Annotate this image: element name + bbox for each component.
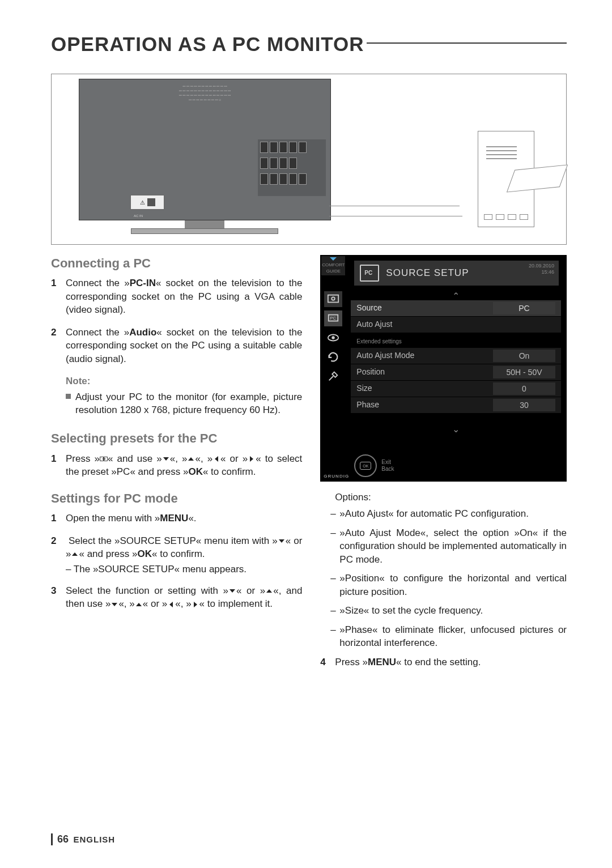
- connection-diagram: ••• ••• ••• ••• ••• ••• ••• ••• ••• ••• …: [51, 74, 567, 245]
- osd-row-size: Size 0: [351, 381, 561, 397]
- option-item: –»Phase« to eliminate flicker, unfocused…: [320, 623, 567, 650]
- text: « or »: [236, 585, 265, 596]
- osd-comfort-guide: COMFORT GUIDE: [321, 256, 345, 275]
- warning-triangle-icon: ⚠: [140, 199, 145, 206]
- settings-step-4: 4 Press »MENU« to end the setting.: [320, 656, 567, 669]
- text: Press »: [335, 657, 368, 667]
- up-arrow-icon: [187, 456, 195, 462]
- osd-icon-source: [324, 291, 342, 307]
- osd-value: 0: [493, 382, 555, 395]
- text: »Size« to set the cycle frequency.: [339, 604, 483, 617]
- text: « to implement it.: [199, 598, 273, 609]
- left-column: Connecting a PC 1 Connect the »PC-IN« so…: [51, 255, 302, 678]
- osd-menu-body: ⌃ Source PC Auto Ajust Extended settings…: [351, 290, 561, 433]
- text: «, »: [118, 598, 134, 609]
- osd-icon-pc: PC: [324, 310, 342, 326]
- text: « to confirm.: [152, 548, 205, 559]
- option-item: –»Position« to configure the horizontal …: [320, 572, 567, 598]
- text: « and press »: [79, 548, 137, 559]
- text: Exit: [381, 459, 391, 465]
- cable-line: [329, 216, 462, 216]
- text: « to end the setting.: [396, 657, 481, 667]
- chevron-up-icon: ⌃: [351, 290, 561, 300]
- step-number: 2: [51, 326, 66, 365]
- settings-step-1: 1 Open the menu with »MENU«.: [51, 512, 302, 525]
- text: «, »: [175, 598, 191, 609]
- osd-row-phase: Phase 30: [351, 397, 561, 413]
- heading-settings: Settings for PC mode: [51, 490, 302, 507]
- text-bold: Audio: [129, 327, 156, 338]
- osd-label: Auto Ajust Mode: [356, 350, 493, 361]
- page-number: 66: [57, 833, 69, 845]
- osd-footer-text: Exit Back: [381, 459, 394, 473]
- pc-monitor-icon: [360, 265, 379, 282]
- osd-label: Position: [356, 367, 493, 377]
- osd-row-source: Source PC: [351, 300, 561, 316]
- text: « to confirm.: [203, 466, 256, 477]
- settings-step-3: 3 Select the function or setting with »«…: [51, 584, 302, 611]
- text: »Phase« to eliminate flicker, unfocused …: [339, 623, 567, 650]
- page-title-row: OPERATION AS A PC MONITOR: [51, 33, 567, 56]
- right-arrow-icon: [192, 601, 199, 608]
- presets-step-1: 1 Press »« and use »«, »«, »« or »« to s…: [51, 452, 302, 479]
- down-arrow-icon: [162, 456, 170, 462]
- step-number: 1: [51, 276, 66, 316]
- text: »Position« to configure the horizontal a…: [339, 572, 567, 598]
- text-bold: MENU: [368, 657, 396, 667]
- step-number: 3: [51, 584, 66, 611]
- svg-point-3: [332, 297, 335, 300]
- osd-label: Size: [356, 383, 493, 394]
- up-arrow-icon: [71, 551, 79, 558]
- ac-socket-icon: [147, 198, 155, 206]
- osd-side-icons: PC: [322, 288, 344, 388]
- ok-button-icon: OK: [354, 454, 377, 477]
- osd-value: On: [493, 350, 555, 362]
- chevron-down-icon: ⌄: [351, 423, 561, 433]
- option-item: –»Auto Ajust Mode«, select the option »O…: [320, 526, 567, 566]
- text: «, »: [170, 453, 188, 464]
- page-language: ENGLISH: [73, 835, 115, 844]
- osd-row-position: Position 50H - 50V: [351, 364, 561, 380]
- osd-title: SOURCE SETUP: [386, 266, 469, 279]
- text-bold: PC-IN: [130, 278, 156, 288]
- text: « and use »: [108, 453, 162, 464]
- tv-ports-panel: [258, 139, 326, 196]
- osd-date: 20.09.2010: [529, 263, 554, 269]
- text-bold: MENU: [160, 513, 188, 524]
- osd-label: Auto Ajust: [356, 319, 555, 330]
- ac-in-panel: ⚠: [130, 195, 164, 210]
- osd-value: PC: [493, 302, 555, 314]
- text: Adjust your PC to the monitor (for examp…: [75, 390, 302, 417]
- text-bold: OK: [188, 466, 203, 477]
- page-title: OPERATION AS A PC MONITOR: [51, 33, 364, 56]
- up-arrow-icon: [265, 588, 273, 594]
- connecting-step-1: 1 Connect the »PC-IN« socket on the tele…: [51, 276, 302, 316]
- heading-presets: Selecting presets for the PC: [51, 430, 302, 447]
- tv-stand-base: [131, 228, 278, 234]
- osd-row-aam: Auto Ajust Mode On: [351, 348, 561, 364]
- osd-brand: GRUNDIG: [324, 473, 349, 479]
- osd-row-autoajust: Auto Ajust: [351, 317, 561, 333]
- osd-label: Phase: [356, 399, 493, 410]
- page-footer: 66 ENGLISH: [51, 833, 115, 845]
- osd-value: 30: [493, 399, 555, 411]
- step-number: 4: [320, 656, 335, 669]
- text: Open the menu with »: [66, 513, 160, 524]
- ac-in-label: AC IN: [134, 214, 143, 218]
- step-number: 2: [51, 534, 66, 561]
- step-number: 1: [51, 452, 66, 479]
- text: »Auto Ajust« for automatic PC configurat…: [339, 507, 529, 520]
- up-arrow-icon: [135, 601, 143, 608]
- down-arrow-icon: [228, 588, 236, 594]
- note-heading: Note:: [66, 375, 302, 388]
- svg-rect-2: [328, 295, 338, 303]
- tv-back-illustration: ••• ••• ••• ••• ••• ••• ••• ••• ••• ••• …: [79, 79, 331, 220]
- text: Press »: [66, 453, 100, 464]
- heading-connecting: Connecting a PC: [51, 255, 302, 272]
- osd-screenshot: COMFORT GUIDE SOURCE SETUP 20.09.2010 15…: [320, 255, 567, 482]
- text: « or »: [143, 598, 167, 609]
- title-rule: [367, 42, 567, 44]
- left-arrow-icon: [212, 456, 220, 462]
- ok-label: OK: [360, 462, 371, 470]
- text: Connect the »: [66, 327, 129, 338]
